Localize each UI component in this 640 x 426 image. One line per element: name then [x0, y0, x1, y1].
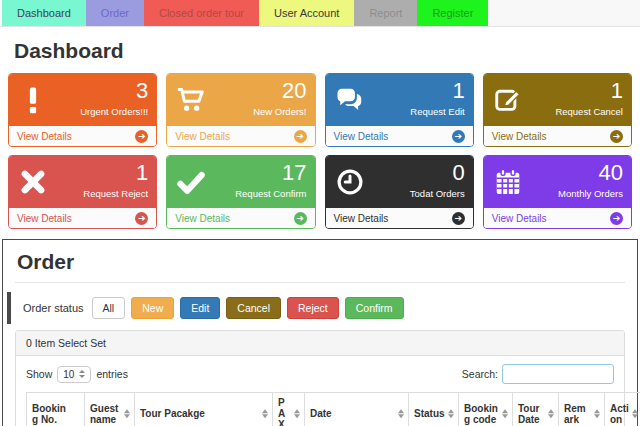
sort-icon: [594, 409, 600, 419]
view-details-label: View Details: [17, 213, 72, 224]
search-input[interactable]: [502, 364, 614, 384]
column-header-action[interactable]: Action: [605, 393, 640, 426]
clock-icon: [335, 167, 365, 197]
sort-icon: [294, 409, 300, 419]
arrow-circle-right-icon: ➔: [135, 212, 148, 225]
top-nav: Dashboard Order Closed order tour User A…: [0, 0, 640, 27]
page-length-select[interactable]: 10: [57, 366, 91, 383]
filter-button-confirm[interactable]: Confirm: [345, 297, 404, 319]
stat-card: 20 New Orders! View Details ➔: [166, 73, 315, 147]
dashboard-section: Dashboard 3 Urgent Orders!!! View Detail…: [0, 27, 640, 229]
nav-tab-user-account[interactable]: User Account: [259, 0, 354, 26]
column-header-remark[interactable]: Remark: [559, 393, 605, 426]
filter-button-all[interactable]: All: [92, 297, 126, 319]
view-details-link[interactable]: View Details ➔: [484, 126, 631, 146]
stat-card: 3 Urgent Orders!!! View Details ➔: [8, 73, 157, 147]
column-header-label: Remark: [564, 403, 586, 425]
nav-tab-label: Order: [101, 7, 129, 19]
view-details-link[interactable]: View Details ➔: [167, 208, 314, 228]
cart-icon: [176, 85, 206, 115]
column-header-label: Status: [414, 408, 445, 419]
stat-card: 0 Todat Orders View Details ➔: [325, 155, 474, 229]
view-details-label: View Details: [17, 131, 72, 142]
edit-square-icon: [493, 85, 523, 115]
nav-tab-label: Closed order tour: [159, 7, 244, 19]
order-status-label: Order status: [23, 302, 84, 314]
filter-button-reject[interactable]: Reject: [287, 297, 339, 319]
table-controls: Show 10 entries Search:: [26, 364, 614, 384]
view-details-label: View Details: [492, 213, 547, 224]
nav-tab-label: Report: [369, 7, 402, 19]
column-header-guest-name[interactable]: Guest name: [85, 393, 135, 426]
column-header-label: Tour Pacakge: [140, 408, 205, 419]
view-details-link[interactable]: View Details ➔: [9, 208, 156, 228]
arrow-circle-right-icon: ➔: [294, 212, 307, 225]
column-header-label: Tour Date: [518, 403, 540, 425]
filter-button-edit[interactable]: Edit: [180, 297, 220, 319]
page-length-value: 10: [63, 369, 74, 380]
view-details-link[interactable]: View Details ➔: [9, 126, 156, 146]
column-header-tour-pacakge[interactable]: Tour Pacakge: [135, 393, 273, 426]
column-header-tour-date[interactable]: Tour Date: [513, 393, 559, 426]
column-header-date[interactable]: Date: [305, 393, 409, 426]
exclamation-icon: [18, 85, 48, 115]
nav-tab-label: User Account: [274, 7, 339, 19]
x-icon: [18, 167, 48, 197]
view-details-link[interactable]: View Details ➔: [484, 208, 631, 228]
view-details-link[interactable]: View Details ➔: [167, 126, 314, 146]
stat-card-body: 3 Urgent Orders!!!: [9, 74, 156, 126]
nav-tab-label: Register: [432, 7, 473, 19]
nav-tab-order[interactable]: Order: [86, 0, 144, 26]
arrow-circle-right-icon: ➔: [610, 212, 623, 225]
filter-button-new[interactable]: New: [131, 297, 174, 319]
column-header-booking-no-: Booking No.: [27, 393, 85, 426]
column-header-label: Action: [610, 403, 629, 425]
arrow-circle-right-icon: ➔: [452, 130, 465, 143]
stat-card-body: 1 Request Reject: [9, 156, 156, 208]
check-icon: [176, 167, 206, 197]
stat-card-body: 40 Monthly Orders: [484, 156, 631, 208]
column-header-status[interactable]: Status: [409, 393, 459, 426]
filter-button-cancel[interactable]: Cancel: [226, 297, 281, 319]
column-header-label: Booking No.: [32, 403, 66, 425]
view-details-label: View Details: [334, 213, 389, 224]
column-header-booking-code[interactable]: Booking code: [459, 393, 513, 426]
calendar-icon: [493, 167, 523, 197]
order-status-filter-row: Order status AllNewEditCancelRejectConfi…: [7, 292, 625, 324]
stat-card-body: 20 New Orders!: [167, 74, 314, 126]
order-section-title: Order: [17, 250, 625, 274]
column-header-pax[interactable]: PAX: [273, 393, 305, 426]
sort-icon: [632, 409, 638, 419]
sort-icon: [448, 409, 454, 419]
column-header-label: Guest name: [90, 403, 118, 425]
view-details-link[interactable]: View Details ➔: [326, 126, 473, 146]
view-details-link[interactable]: View Details ➔: [326, 208, 473, 228]
nav-tab-report[interactable]: Report: [354, 0, 417, 26]
entries-label: entries: [96, 368, 128, 380]
arrow-circle-right-icon: ➔: [452, 212, 465, 225]
divider: [15, 282, 625, 283]
cards-grid: 3 Urgent Orders!!! View Details ➔ 20 New…: [8, 73, 632, 229]
arrow-circle-right-icon: ➔: [610, 130, 623, 143]
stat-card-body: 0 Todat Orders: [326, 156, 473, 208]
view-details-label: View Details: [334, 131, 389, 142]
view-details-label: View Details: [492, 131, 547, 142]
view-details-label: View Details: [175, 131, 230, 142]
select-set-panel: 0 Item Select Set Show 10 entries Search…: [15, 330, 625, 426]
show-label: Show: [26, 368, 52, 380]
nav-tab-label: Dashboard: [17, 7, 71, 19]
stat-card: 1 Request Cancel View Details ➔: [483, 73, 632, 147]
column-header-label: Date: [310, 408, 332, 419]
stat-card-body: 1 Request Edit: [326, 74, 473, 126]
sort-icon: [502, 409, 508, 419]
select-set-heading: 0 Item Select Set: [16, 331, 624, 356]
nav-tab-dashboard[interactable]: Dashboard: [2, 0, 86, 26]
select-stepper-icon: [79, 370, 85, 378]
search-label: Search:: [462, 368, 498, 380]
nav-tab-closed-order-tour[interactable]: Closed order tour: [144, 0, 259, 26]
column-header-label: Booking code: [464, 403, 498, 425]
stat-card-body: 1 Request Cancel: [484, 74, 631, 126]
stat-card-body: 17 Request Confirm: [167, 156, 314, 208]
nav-tab-register[interactable]: Register: [417, 0, 488, 26]
comments-icon: [335, 85, 365, 115]
